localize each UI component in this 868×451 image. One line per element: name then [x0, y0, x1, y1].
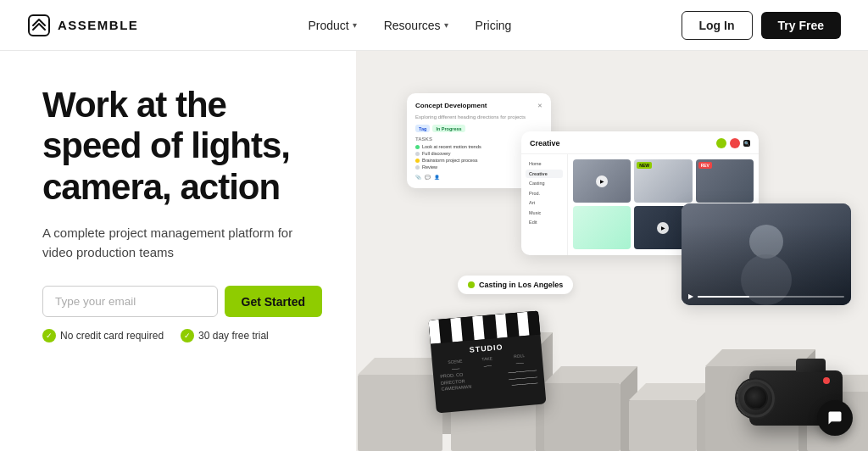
nav-pricing[interactable]: Pricing: [464, 12, 524, 39]
email-input[interactable]: [42, 286, 218, 317]
hero-subtext: A complete project management platform f…: [42, 223, 297, 263]
nav-product[interactable]: Product ▾: [296, 12, 368, 39]
sidebar-art[interactable]: Art: [526, 198, 563, 207]
sidebar-music[interactable]: Music: [526, 209, 563, 217]
check-icon: ✓: [42, 329, 56, 342]
play-icon: ▶: [657, 222, 669, 234]
camera-lens: [737, 379, 775, 417]
chat-icon: [826, 409, 843, 426]
sidebar-casting[interactable]: Casting: [526, 179, 563, 187]
video-progress-bar: [698, 296, 844, 298]
logo-icon: [27, 14, 51, 37]
hero-right: Concept Development ✕ Exploring differen…: [356, 51, 868, 451]
search-icon[interactable]: 🔍: [743, 140, 750, 147]
camera-red-dot: [823, 377, 830, 384]
check-icon: ✓: [181, 329, 194, 342]
thumb-tag-red: REV: [698, 162, 712, 169]
svg-rect-10: [629, 400, 697, 451]
media-thumb-1: ▶: [573, 159, 631, 203]
badge-no-credit-card: ✓ No credit card required: [42, 329, 164, 342]
badge-free-trial: ✓ 30 day free trial: [181, 329, 269, 342]
sidebar-prod[interactable]: Prod.: [526, 189, 563, 198]
creative-card-title: Creative: [530, 139, 560, 148]
nav-actions: Log In Try Free: [682, 11, 841, 40]
thumb-tag: NEW: [637, 162, 652, 169]
play-icon: ▶: [596, 175, 608, 187]
svg-rect-1: [358, 375, 442, 451]
concept-card-title: Concept Development: [415, 102, 487, 109]
svg-rect-7: [544, 383, 620, 451]
media-thumb-4: [573, 206, 631, 249]
hero-left: Work at the speed of lights, camera, act…: [0, 51, 356, 451]
clapperboard-top: [428, 311, 540, 344]
sidebar-creative[interactable]: Creative: [526, 170, 563, 178]
media-thumb-2: NEW: [634, 159, 692, 203]
nav-resources[interactable]: Resources ▾: [372, 12, 460, 39]
svg-marker-9: [620, 366, 637, 451]
sidebar-edit[interactable]: Edit: [526, 218, 563, 226]
get-started-button[interactable]: Get Started: [225, 286, 322, 317]
chevron-down-icon: ▾: [444, 20, 448, 30]
hero-headline: Work at the speed of lights, camera, act…: [42, 85, 322, 208]
logo[interactable]: ASSEMBLE: [27, 14, 138, 37]
chevron-down-icon: ▾: [353, 20, 357, 30]
video-card: ▶: [682, 203, 851, 305]
svg-marker-12: [697, 383, 714, 451]
status-dot: [468, 281, 475, 288]
tag-in-progress: In Progress: [432, 125, 465, 132]
video-controls[interactable]: ▶: [688, 292, 844, 300]
clapperboard: STUDIO SCENE ___ TAKE ___ ROLL ___ PROD.…: [428, 311, 546, 414]
video-play-icon[interactable]: ▶: [688, 292, 693, 300]
brand-name: ASSEMBLE: [58, 18, 138, 32]
trust-badges: ✓ No credit card required ✓ 30 day free …: [42, 329, 322, 342]
video-progress-fill: [698, 296, 749, 298]
login-button[interactable]: Log In: [682, 11, 753, 40]
svg-marker-11: [629, 383, 714, 400]
email-form: Get Started: [42, 286, 322, 317]
try-free-button[interactable]: Try Free: [761, 12, 841, 39]
tag-label: Tag: [415, 125, 430, 132]
svg-rect-0: [29, 15, 49, 36]
media-thumb-3: REV: [696, 159, 754, 203]
sidebar-home[interactable]: Home: [526, 159, 563, 168]
concept-card-subtitle: Exploring different heading directions f…: [415, 114, 542, 120]
camera-top-bump: [796, 359, 826, 372]
main-nav: Product ▾ Resources ▾ Pricing: [296, 12, 523, 39]
camera-lens-inner: [744, 387, 768, 410]
svg-marker-8: [544, 366, 637, 383]
casting-chip: Casting in Los Angeles: [458, 276, 573, 294]
chat-button[interactable]: [817, 400, 853, 436]
